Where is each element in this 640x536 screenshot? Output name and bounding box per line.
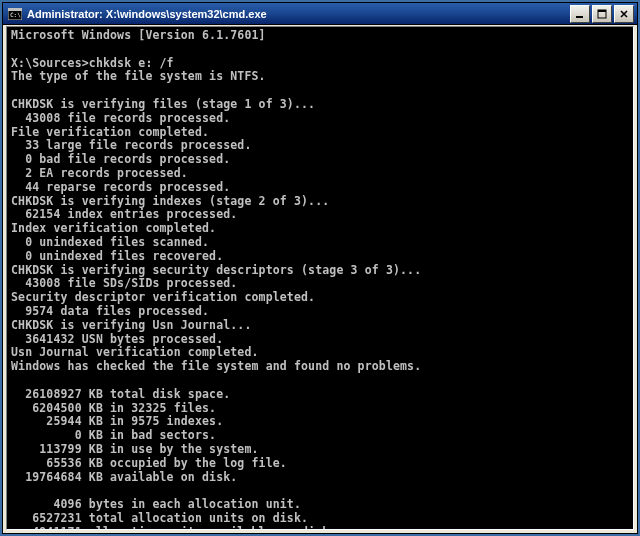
svg-rect-3 xyxy=(576,16,583,18)
minimize-button[interactable] xyxy=(570,5,590,23)
maximize-button[interactable] xyxy=(592,5,612,23)
terminal-output: Microsoft Windows [Version 6.1.7601] X:\… xyxy=(11,29,629,530)
terminal-viewport[interactable]: Microsoft Windows [Version 6.1.7601] X:\… xyxy=(6,26,634,530)
window-controls xyxy=(570,5,637,23)
cmd-window: C:\ Administrator: X:\windows\system32\c… xyxy=(2,2,638,534)
svg-rect-5 xyxy=(598,10,606,12)
window-title: Administrator: X:\windows\system32\cmd.e… xyxy=(27,8,570,20)
cmd-icon: C:\ xyxy=(7,6,23,22)
titlebar[interactable]: C:\ Administrator: X:\windows\system32\c… xyxy=(3,3,637,25)
svg-text:C:\: C:\ xyxy=(10,11,21,18)
close-button[interactable] xyxy=(614,5,634,23)
